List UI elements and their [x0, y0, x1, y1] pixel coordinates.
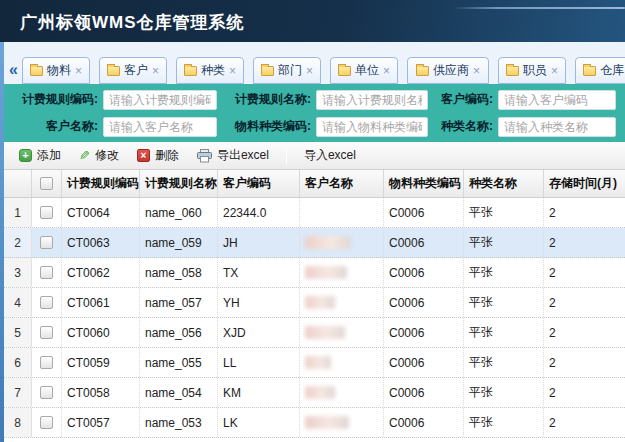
column-header-type-name[interactable]: 种类名称 — [464, 170, 544, 197]
table-row[interactable]: 8CT0057name_053LKC0006平张2 — [4, 408, 625, 438]
edit-button[interactable]: ✎ 修改 — [70, 144, 128, 167]
export-excel-label: 导出excel — [217, 147, 269, 164]
tab-close-icon[interactable]: × — [383, 65, 390, 77]
filter-group-type-name: 种类名称: — [434, 117, 616, 137]
filter-group-customer-code: 客户编码: — [434, 90, 616, 110]
filter-row-2: 客户名称: 物料种类编码: 种类名称: — [4, 117, 625, 137]
filter-group-type-code: 物料种类编码: — [224, 117, 428, 137]
cell-storage-months: 2 — [544, 228, 625, 257]
redacted-text — [305, 356, 331, 369]
filter-label-type-name: 种类名称: — [434, 118, 498, 135]
table-row[interactable]: 5CT0060name_056XJDC0006平张2 — [4, 318, 625, 348]
filter-label-billing-name: 计费规则名称: — [224, 91, 316, 108]
tab-close-icon[interactable]: × — [473, 65, 480, 77]
tab-warehouse[interactable]: 仓库× — [575, 57, 625, 84]
tab-label: 供应商 — [433, 62, 469, 79]
app-title: 广州标领WMS仓库管理系统 — [0, 0, 625, 34]
tab-customer[interactable]: 客户× — [99, 57, 167, 84]
table-row[interactable]: 3CT0062name_058TXC0006平张2 — [4, 258, 625, 288]
tab-department[interactable]: 部门× — [253, 57, 321, 84]
add-icon: + — [19, 149, 32, 162]
cell-storage-months: 2 — [544, 318, 625, 347]
tab-label: 职员 — [523, 62, 547, 79]
tab-close-icon[interactable]: × — [551, 65, 558, 77]
row-number: 5 — [4, 318, 32, 347]
row-checkbox-cell — [32, 228, 62, 257]
row-checkbox[interactable] — [40, 266, 53, 279]
cell-type-name: 平张 — [464, 378, 544, 407]
collapse-tabs-icon[interactable]: « — [7, 62, 22, 84]
delete-icon: × — [137, 149, 150, 162]
tab-unit[interactable]: 单位× — [330, 57, 398, 84]
column-header-type-code[interactable]: 物料种类编码 — [384, 170, 464, 197]
cell-customer-name — [300, 258, 384, 287]
filter-input-type-name[interactable] — [498, 117, 616, 137]
filter-input-billing-name[interactable] — [316, 90, 428, 110]
cell-type-code: C0006 — [384, 408, 464, 437]
printer-icon — [197, 149, 212, 163]
cell-billing-name: name_056 — [140, 318, 218, 347]
row-checkbox[interactable] — [40, 356, 53, 369]
column-header-billing-name[interactable]: 计费规则名称 — [140, 170, 218, 197]
filter-input-customer-code[interactable] — [498, 90, 616, 110]
row-checkbox[interactable] — [40, 416, 53, 429]
row-checkbox[interactable] — [40, 296, 53, 309]
cell-type-name: 平张 — [464, 228, 544, 257]
tab-staff[interactable]: 职员× — [498, 57, 566, 84]
cell-type-code: C0006 — [384, 288, 464, 317]
column-header-storage-months[interactable]: 存储时间(月) — [544, 170, 625, 197]
table-row[interactable]: 1CT0064name_06022344.0C0006平张2 — [4, 198, 625, 228]
tab-supplier[interactable]: 供应商× — [407, 57, 489, 84]
redacted-text — [305, 416, 349, 429]
tab-label: 种类 — [201, 62, 225, 79]
header-row-number — [4, 170, 32, 197]
export-excel-button[interactable]: 导出excel — [188, 144, 278, 167]
column-header-customer-code[interactable]: 客户编码 — [218, 170, 300, 197]
import-excel-button[interactable]: 导入excel — [295, 144, 365, 167]
tab-close-icon[interactable]: × — [152, 65, 159, 77]
tab-category[interactable]: 种类× — [176, 57, 244, 84]
table-row[interactable]: 2CT0063name_059JHC0006平张2 — [4, 228, 625, 258]
row-checkbox-cell — [32, 198, 62, 227]
select-all-checkbox[interactable] — [40, 177, 53, 190]
select-all-cell — [32, 170, 62, 197]
row-checkbox[interactable] — [40, 206, 53, 219]
tab-close-icon[interactable]: × — [306, 65, 313, 77]
delete-button[interactable]: × 删除 — [128, 144, 188, 167]
row-checkbox[interactable] — [40, 236, 53, 249]
filter-input-type-code[interactable] — [316, 117, 428, 137]
table-row[interactable]: 7CT0058name_054KMC0006平张2 — [4, 378, 625, 408]
cell-type-code: C0006 — [384, 318, 464, 347]
column-header-billing-code[interactable]: 计费规则编码 — [62, 170, 140, 197]
row-checkbox[interactable] — [40, 326, 53, 339]
cell-type-code: C0006 — [384, 378, 464, 407]
column-header-customer-name[interactable]: 客户名称 — [300, 170, 384, 197]
filter-input-billing-code[interactable] — [103, 90, 217, 110]
row-checkbox-cell — [32, 318, 62, 347]
cell-customer-name — [300, 318, 384, 347]
cell-customer-code: YH — [218, 288, 300, 317]
row-checkbox[interactable] — [40, 386, 53, 399]
cell-customer-code: LL — [218, 348, 300, 377]
cell-billing-name: name_057 — [140, 288, 218, 317]
cell-billing-name: name_058 — [140, 258, 218, 287]
cell-customer-code: TX — [218, 258, 300, 287]
app-window: 广州标领WMS仓库管理系统 « 物料×客户×种类×部门×单位×供应商×职员×仓库… — [0, 0, 625, 442]
tab-close-icon[interactable]: × — [229, 65, 236, 77]
filter-input-customer-name[interactable] — [103, 117, 217, 137]
tab-material[interactable]: 物料× — [22, 57, 90, 84]
filter-group-billing-name: 计费规则名称: — [224, 90, 428, 110]
tab-close-icon[interactable]: × — [75, 65, 82, 77]
cell-customer-code: XJD — [218, 318, 300, 347]
table-row[interactable]: 6CT0059name_055LLC0006平张2 — [4, 348, 625, 378]
add-button[interactable]: + 添加 — [10, 144, 70, 167]
cell-customer-name — [300, 228, 384, 257]
row-checkbox-cell — [32, 288, 62, 317]
row-number: 6 — [4, 348, 32, 377]
table-row[interactable]: 4CT0061name_057YHC0006平张2 — [4, 288, 625, 318]
toolbar-separator — [286, 148, 287, 164]
tab-label: 客户 — [124, 62, 148, 79]
data-grid: 计费规则编码计费规则名称客户编码客户名称物料种类编码种类名称存储时间(月) 1C… — [4, 170, 625, 442]
redacted-text — [305, 326, 345, 339]
cell-storage-months: 2 — [544, 288, 625, 317]
